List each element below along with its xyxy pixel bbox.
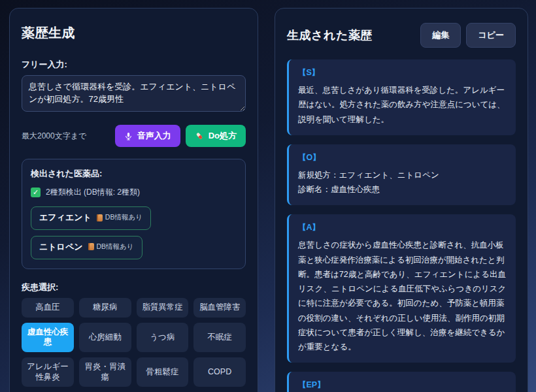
- microphone-icon: [124, 132, 133, 140]
- disease-chip[interactable]: 骨粗鬆症: [137, 357, 189, 387]
- disease-chip[interactable]: 虚血性心疾患: [22, 323, 74, 352]
- record-header-buttons: 編集 コピー: [420, 23, 516, 48]
- ledger-icon: [97, 214, 103, 221]
- disease-select-label: 疾患選択:: [22, 282, 246, 293]
- db-info-badge: DB情報あり: [88, 242, 134, 252]
- soap-section-label: 【S】: [298, 67, 507, 78]
- medication-tag: エフィエントDB情報あり: [31, 206, 151, 230]
- soap-section-label: 【EP】: [298, 380, 507, 391]
- ledger-icon: [88, 243, 94, 250]
- soap-section-O: 【O】新規処方：エフィエント、ニトロペン 診断名：虚血性心疾患: [287, 144, 516, 206]
- checkmark-icon[interactable]: ✓: [31, 188, 41, 197]
- detection-summary: 2種類検出 (DB情報: 2種類): [46, 187, 140, 198]
- db-info-badge-label: DB情報あり: [105, 213, 142, 222]
- max-chars-note: 最大2000文字まで: [22, 131, 86, 142]
- do-prescription-button[interactable]: Do処方: [186, 125, 246, 147]
- medication-tag: ニトロペンDB情報あり: [31, 236, 142, 259]
- medication-name: エフィエント: [39, 212, 92, 223]
- soap-section-label: 【A】: [298, 222, 507, 233]
- soap-section-text: 息苦しさの症状から虚血性心疾患と診断され、抗血小板薬と狭心症発作治療薬による初回…: [298, 238, 507, 354]
- detected-medications-title: 検出された医薬品:: [31, 168, 237, 180]
- disease-chip[interactable]: 脳血管障害: [193, 298, 246, 318]
- generated-record-header: 生成された薬歴 編集 コピー: [287, 23, 516, 48]
- db-info-badge: DB情報あり: [97, 213, 142, 222]
- generator-panel: 薬歴生成 フリー入力: 息苦しさで循環器科を受診。エフィエント、ニトロペンが初回…: [9, 8, 258, 392]
- soap-section-text: 新規処方：エフィエント、ニトロペン 診断名：虚血性心疾患: [298, 168, 507, 197]
- disease-chip[interactable]: COPD: [193, 357, 246, 387]
- soap-section-S: 【S】最近、息苦しさがあり循環器科を受診した。アレルギー歴はない。処方された薬の…: [287, 59, 516, 135]
- copy-button[interactable]: コピー: [466, 23, 516, 48]
- medication-name: ニトロペン: [39, 242, 83, 253]
- disease-chip[interactable]: 高血圧: [22, 298, 74, 318]
- page-title: 薬歴生成: [22, 24, 246, 42]
- generated-record-panel: 生成された薬歴 編集 コピー 【S】最近、息苦しさがあり循環器科を受診した。アレ…: [275, 8, 528, 392]
- free-input-label: フリー入力:: [22, 59, 246, 71]
- detection-summary-row: ✓ 2種類検出 (DB情報: 2種類): [31, 187, 237, 198]
- generated-record-title: 生成された薬歴: [287, 27, 373, 43]
- soap-section-A: 【A】息苦しさの症状から虚血性心疾患と診断され、抗血小板薬と狭心症発作治療薬によ…: [287, 214, 516, 363]
- db-info-badge-label: DB情報あり: [97, 242, 134, 252]
- disease-chip[interactable]: 心房細動: [79, 323, 131, 352]
- edit-button[interactable]: 編集: [420, 23, 461, 48]
- soap-section-label: 【O】: [298, 152, 507, 163]
- disease-chip[interactable]: アレルギー性鼻炎: [22, 357, 74, 387]
- voice-input-label: 音声入力: [137, 130, 171, 142]
- disease-grid: 高血圧糖尿病脂質異常症脳血管障害虚血性心疾患心房細動うつ病不眠症アレルギー性鼻炎…: [22, 298, 246, 392]
- soap-sections: 【S】最近、息苦しさがあり循環器科を受診した。アレルギー歴はない。処方された薬の…: [287, 59, 516, 392]
- disease-chip[interactable]: 脂質異常症: [137, 298, 189, 318]
- do-prescription-label: Do処方: [209, 130, 237, 142]
- free-input-textarea[interactable]: 息苦しさで循環器科を受診。エフィエント、ニトロペンが初回処方。72歳男性: [22, 75, 246, 112]
- input-footer-row: 最大2000文字まで 音声入力: [22, 125, 246, 147]
- action-buttons: 音声入力 Do処方: [115, 125, 246, 147]
- disease-chip[interactable]: うつ病: [137, 323, 189, 352]
- disease-chip[interactable]: 不眠症: [193, 323, 246, 352]
- detected-medications-box: 検出された医薬品: ✓ 2種類検出 (DB情報: 2種類) エフィエントDB情報…: [22, 159, 246, 269]
- pill-icon: [195, 131, 204, 140]
- disease-chip[interactable]: 胃炎・胃潰瘍: [79, 357, 131, 387]
- soap-section-EP: 【EP】エフィエントは血栓を予防し心筋梗塞などを防ぐ重要な薬であるため、毎日忘れ…: [287, 372, 516, 392]
- medication-tags: エフィエントDB情報ありニトロペンDB情報あり: [31, 206, 237, 259]
- soap-section-text: 最近、息苦しさがあり循環器科を受診した。アレルギー歴はない。処方された薬の飲み方…: [298, 83, 507, 127]
- voice-input-button[interactable]: 音声入力: [115, 125, 180, 147]
- disease-chip[interactable]: 糖尿病: [79, 298, 131, 318]
